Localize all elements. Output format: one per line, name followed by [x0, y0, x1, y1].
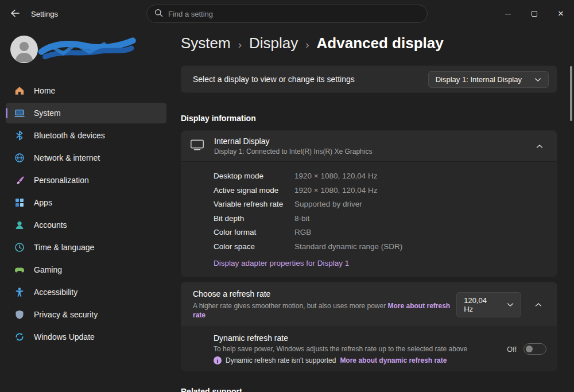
shield-icon: [14, 309, 25, 320]
search-box[interactable]: [146, 5, 428, 23]
sidebar-item-label: Time & language: [34, 243, 94, 252]
select-display-card: Select a display to view or change its s…: [181, 65, 557, 93]
system-icon: [14, 108, 25, 119]
sidebar: Home System Bluetooth & devices Network …: [0, 28, 173, 392]
minimize-button[interactable]: [495, 0, 521, 28]
refresh-rate-value: 120,04 Hz: [464, 296, 494, 313]
maximize-button[interactable]: [521, 0, 548, 28]
sidebar-item-home[interactable]: Home: [6, 80, 166, 101]
display-select-dropdown[interactable]: Display 1: Internal Display: [428, 71, 549, 88]
dynamic-refresh-toggle[interactable]: [523, 343, 546, 355]
dynamic-refresh-toggle-row: Off: [507, 343, 546, 355]
sidebar-item-label: Network & internet: [34, 153, 100, 162]
related-support-heading: Related support: [181, 387, 557, 392]
dynamic-refresh-rate-card: Dynamic refresh rate To help save power,…: [181, 327, 557, 371]
info-row: Color format RGB: [214, 226, 545, 240]
sidebar-item-accounts[interactable]: Accounts: [6, 215, 166, 235]
page-title: Advanced display: [317, 34, 444, 52]
minimize-icon: [505, 14, 511, 14]
breadcrumb-system[interactable]: System: [181, 34, 231, 52]
accessibility-person-icon: [14, 287, 25, 298]
sidebar-item-label: Home: [34, 86, 55, 95]
sidebar-nav: Home System Bluetooth & devices Network …: [6, 80, 166, 347]
back-arrow-icon: [10, 9, 20, 19]
bluetooth-icon: [14, 130, 25, 141]
dynamic-refresh-text: Dynamic refresh rate To help save power,…: [214, 333, 498, 364]
dynamic-refresh-description: To help save power, Windows adjusts the …: [214, 345, 498, 353]
refresh-rate-title: Choose a refresh rate: [193, 289, 456, 298]
apps-grid-icon: [14, 197, 25, 208]
update-arrows-icon: [14, 332, 25, 343]
toggle-knob: [526, 346, 533, 352]
display-info-expander-header[interactable]: Internal Display Display 1: Connected to…: [181, 131, 557, 161]
info-row: Color space Standard dynamic range (SDR): [214, 240, 545, 254]
search-input[interactable]: [168, 10, 420, 18]
home-icon: [14, 86, 25, 96]
sidebar-item-label: Accessibility: [34, 288, 77, 297]
app-title: Settings: [31, 10, 58, 18]
breadcrumb: System › Display › Advanced display: [181, 34, 557, 52]
sidebar-item-label: Windows Update: [34, 332, 95, 341]
display-info-title: Internal Display: [214, 137, 372, 146]
sidebar-item-windows-update[interactable]: Windows Update: [6, 327, 166, 347]
sidebar-item-gaming[interactable]: Gaming: [6, 259, 166, 280]
sidebar-item-system[interactable]: System: [6, 103, 166, 123]
sidebar-item-label: Accounts: [34, 220, 67, 230]
sidebar-item-privacy-security[interactable]: Privacy & security: [6, 304, 166, 325]
sidebar-item-apps[interactable]: Apps: [6, 192, 166, 213]
sidebar-item-accessibility[interactable]: Accessibility: [6, 282, 166, 302]
game-controller-icon: [14, 265, 25, 275]
display-information-heading: Display information: [181, 114, 557, 123]
refresh-rate-card: Choose a refresh rate A higher rate give…: [181, 282, 557, 327]
search-icon: [154, 9, 163, 20]
refresh-rate-text: Choose a refresh rate A higher rate give…: [193, 289, 456, 320]
sidebar-item-label: Privacy & security: [34, 310, 98, 319]
sidebar-item-bluetooth-devices[interactable]: Bluetooth & devices: [6, 125, 166, 146]
close-button[interactable]: ×: [548, 0, 574, 28]
main-content: System › Display › Advanced display Sele…: [181, 28, 557, 392]
collapse-button[interactable]: [530, 297, 546, 312]
toggle-state-label: Off: [507, 345, 517, 354]
sidebar-item-label: System: [34, 108, 61, 118]
refresh-rate-dropdown[interactable]: 120,04 Hz: [456, 292, 521, 317]
maximize-icon: [532, 11, 537, 17]
titlebar: Settings ×: [0, 0, 574, 28]
info-row: Active signal mode 1920 × 1080, 120,04 H…: [214, 184, 545, 198]
brush-icon: [14, 175, 25, 186]
sidebar-item-personalization[interactable]: Personalization: [6, 170, 166, 191]
sidebar-item-time-language[interactable]: Time & language: [6, 237, 166, 258]
select-display-label: Select a display to view or change its s…: [193, 75, 355, 84]
breadcrumb-display[interactable]: Display: [249, 34, 298, 52]
display-adapter-properties-link[interactable]: Display adapter properties for Display 1: [214, 259, 349, 267]
display-info-titles: Internal Display Display 1: Connected to…: [214, 137, 372, 156]
dynamic-refresh-note: Dynamic refresh rate isn't supported: [226, 356, 336, 364]
globe-icon: [14, 153, 25, 164]
display-select-value: Display 1: Internal Display: [436, 75, 522, 84]
display-info-subtitle: Display 1: Connected to Intel(R) Iris(R)…: [214, 148, 372, 156]
dynamic-refresh-title: Dynamic refresh rate: [214, 333, 498, 343]
refresh-rate-description: A higher rate gives smoother motion, but…: [193, 301, 456, 320]
close-icon: ×: [558, 8, 564, 20]
chevron-right-icon: ›: [305, 36, 309, 51]
person-icon: [14, 220, 25, 231]
avatar: [10, 36, 38, 63]
monitor-icon: [190, 139, 204, 153]
refresh-rate-controls: 120,04 Hz: [456, 292, 546, 317]
sidebar-item-label: Apps: [34, 198, 52, 207]
scrollbar-thumb[interactable]: [570, 66, 572, 121]
sidebar-item-label: Personalization: [34, 176, 89, 185]
chevron-down-icon: [534, 75, 541, 84]
sidebar-item-label: Gaming: [34, 265, 62, 274]
info-row: Desktop mode 1920 × 1080, 120,04 Hz: [214, 169, 545, 184]
sidebar-item-label: Bluetooth & devices: [34, 131, 105, 140]
more-about-dynamic-refresh-rate-link[interactable]: More about dynamic refresh rate: [340, 356, 447, 364]
account-button[interactable]: [6, 32, 166, 67]
collapse-button[interactable]: [532, 138, 548, 154]
back-button[interactable]: [5, 5, 25, 23]
dynamic-refresh-note-row: i Dynamic refresh rate isn't supported M…: [214, 356, 498, 364]
chevron-up-icon: [535, 300, 542, 309]
clock-icon: [14, 242, 25, 253]
chevron-right-icon: ›: [238, 36, 242, 51]
sidebar-item-network-internet[interactable]: Network & internet: [6, 148, 166, 168]
window-controls: ×: [495, 0, 574, 28]
